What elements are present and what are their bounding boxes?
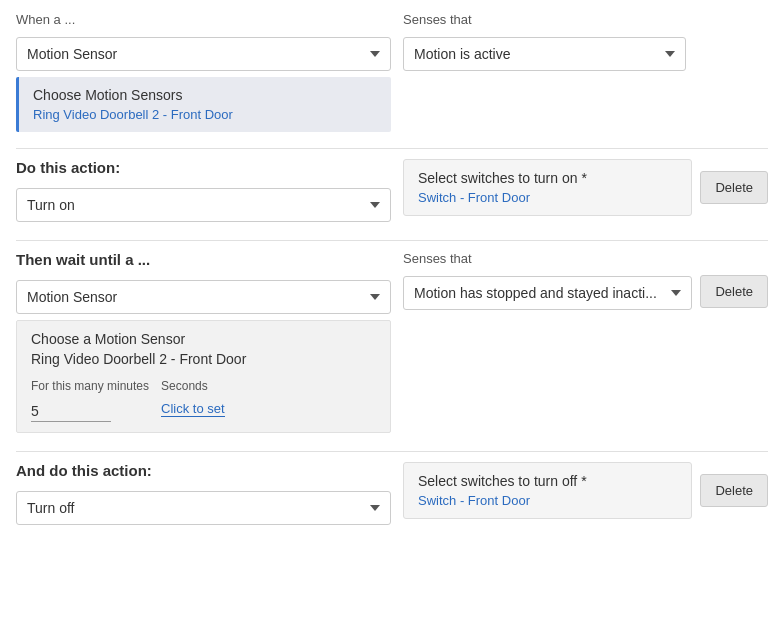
then-wait-section: Then wait until a ... Motion Sensor Cont… xyxy=(16,251,768,433)
wait-dropdown-wrap: Motion Sensor Contact Sensor Switch Lock xyxy=(16,280,391,314)
seconds-label: Seconds xyxy=(161,379,225,393)
when-label: When a ... xyxy=(16,12,391,27)
senses-select[interactable]: Motion is active Motion has stopped Moti… xyxy=(403,37,686,71)
then-wait-label: Then wait until a ... xyxy=(16,251,391,268)
turn-off-switch-box: Select switches to turn off * Switch - F… xyxy=(403,462,692,519)
divider-2 xyxy=(16,240,768,241)
wait-senses-select[interactable]: Motion has stopped and stayed inacti... … xyxy=(403,276,692,310)
minutes-input[interactable] xyxy=(31,401,111,422)
do-action-dropdown-wrap: Turn on Turn off Toggle xyxy=(16,188,391,222)
minutes-label: For this many minutes xyxy=(31,379,149,393)
wait-senses-label: Senses that xyxy=(403,251,692,266)
wait-select[interactable]: Motion Sensor Contact Sensor Switch Lock xyxy=(16,280,391,314)
turn-off-link[interactable]: Switch - Front Door xyxy=(418,493,677,508)
seconds-click-link[interactable]: Click to set xyxy=(161,401,225,417)
do-action-label: Do this action: xyxy=(16,159,391,176)
turn-off-title: Select switches to turn off * xyxy=(418,473,677,489)
sensor-box-link[interactable]: Ring Video Doorbell 2 - Front Door xyxy=(33,107,377,122)
motion-sensor-box: Choose Motion Sensors Ring Video Doorbel… xyxy=(16,77,391,132)
when-section: When a ... Motion Sensor Contact Sensor … xyxy=(16,12,768,132)
seconds-box: Seconds Click to set xyxy=(161,379,225,417)
and-do-label: And do this action: xyxy=(16,462,391,479)
do-action-right: Select switches to turn on * Switch - Fr… xyxy=(403,159,768,216)
and-do-row: And do this action: Turn off Turn on Tog… xyxy=(16,462,768,525)
when-dropdown-wrap: Motion Sensor Contact Sensor Switch Lock xyxy=(16,37,391,71)
turn-on-switch-box: Select switches to turn on * Switch - Fr… xyxy=(403,159,692,216)
and-do-right: Select switches to turn off * Switch - F… xyxy=(403,462,768,519)
turn-on-title: Select switches to turn on * xyxy=(418,170,677,186)
and-do-dropdown-wrap: Turn off Turn on Toggle xyxy=(16,491,391,525)
sensor-box-title: Choose Motion Sensors xyxy=(33,87,377,103)
senses-label: Senses that xyxy=(403,12,472,27)
wait-delete-button[interactable]: Delete xyxy=(700,275,768,308)
and-do-select[interactable]: Turn off Turn on Toggle xyxy=(16,491,391,525)
divider-1 xyxy=(16,148,768,149)
and-do-section: And do this action: Turn off Turn on Tog… xyxy=(16,462,768,525)
wait-timing-row: For this many minutes Seconds Click to s… xyxy=(31,379,376,422)
when-select[interactable]: Motion Sensor Contact Sensor Switch Lock xyxy=(16,37,391,71)
do-action-section: Do this action: Turn on Turn off Toggle … xyxy=(16,159,768,222)
wait-sensor-link[interactable]: Ring Video Doorbell 2 - Front Door xyxy=(31,351,376,367)
wait-right-col: Senses that Motion has stopped and staye… xyxy=(403,251,768,310)
minutes-box: For this many minutes xyxy=(31,379,149,422)
and-do-delete-button[interactable]: Delete xyxy=(700,474,768,507)
wait-top-row: Then wait until a ... Motion Sensor Cont… xyxy=(16,251,768,433)
do-action-delete-button[interactable]: Delete xyxy=(700,171,768,204)
do-action-select[interactable]: Turn on Turn off Toggle xyxy=(16,188,391,222)
turn-on-link[interactable]: Switch - Front Door xyxy=(418,190,677,205)
divider-3 xyxy=(16,451,768,452)
wait-sensor-title: Choose a Motion Sensor xyxy=(31,331,376,347)
senses-dropdown-wrap: Motion is active Motion has stopped Moti… xyxy=(403,37,686,71)
do-action-row: Do this action: Turn on Turn off Toggle … xyxy=(16,159,768,222)
wait-senses-dropdown-wrap: Motion has stopped and stayed inacti... … xyxy=(403,276,692,310)
wait-sensor-box: Choose a Motion Sensor Ring Video Doorbe… xyxy=(16,320,391,433)
